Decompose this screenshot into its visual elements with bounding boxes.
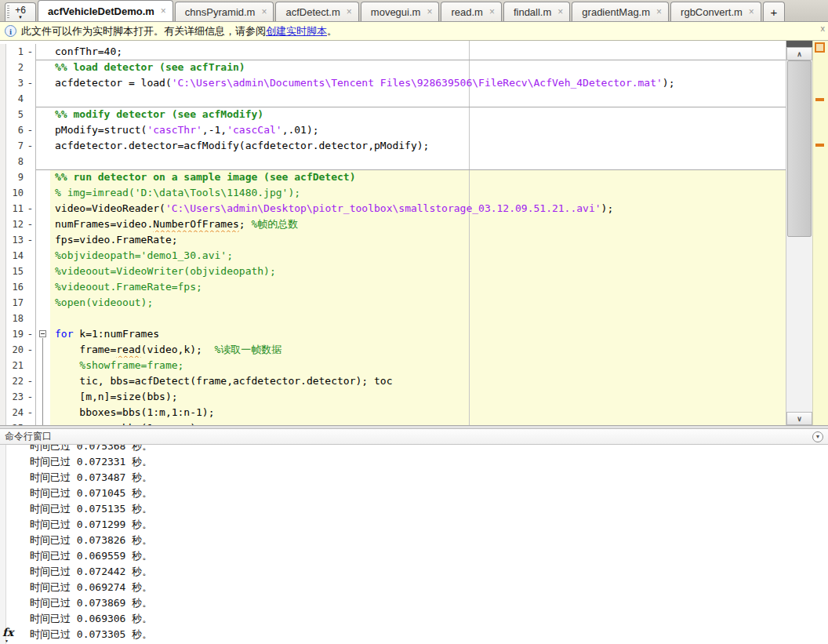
editor-left-strip <box>0 185 6 201</box>
scroll-down-button[interactable]: ∨ <box>786 412 812 425</box>
breakpoint-gutter[interactable]: - <box>25 216 36 232</box>
tab-chnspyramid-m[interactable]: chnsPyramid.m× <box>175 2 274 21</box>
fold-gutter <box>36 138 50 154</box>
code-line: 6-pModify=struct('cascThr',-1,'cascCal',… <box>0 122 786 138</box>
breakpoint-gutter[interactable]: - <box>25 201 36 216</box>
code-segment-string: 'cascCal' <box>227 124 281 136</box>
new-tab-button[interactable]: + <box>763 2 785 21</box>
command-output-line: 时间已过 0.073826 秒。 <box>30 533 828 548</box>
code-text: video=VideoReader('C:\Users\admin\Deskto… <box>50 201 786 216</box>
breakpoint-gutter[interactable]: - <box>25 405 36 420</box>
tab-gradientmag-m[interactable]: gradientMag.m× <box>572 2 669 21</box>
fold-gutter <box>36 154 50 169</box>
code-text <box>50 91 786 107</box>
scroll-up-button[interactable]: ∧ <box>786 47 812 60</box>
breakpoint-gutter[interactable] <box>25 279 36 295</box>
code-segment-comment: %open(videoout); <box>55 297 153 308</box>
tab-close-icon[interactable]: × <box>427 6 432 17</box>
analyzer-warning-indicator[interactable] <box>815 42 825 53</box>
editor-code-area[interactable]: 1-confThr=40;2%% load detector (see acfT… <box>0 41 786 425</box>
tab-close-icon[interactable]: × <box>161 5 166 16</box>
tab-close-icon[interactable]: × <box>489 6 495 17</box>
fold-gutter <box>36 264 50 279</box>
tab-findall-m[interactable]: findall.m× <box>503 2 570 21</box>
code-line: 22- tic, bbs=acfDetect(frame,acfdetector… <box>0 373 786 389</box>
breakpoint-gutter[interactable]: - <box>25 138 36 154</box>
tab-label: findall.m <box>514 6 551 18</box>
breakpoint-gutter[interactable] <box>25 60 36 75</box>
breakpoint-gutter[interactable]: - <box>25 44 36 60</box>
analyzer-warning-tick[interactable] <box>815 98 824 101</box>
breakpoint-gutter[interactable] <box>25 295 36 311</box>
tab-acfdetect-m[interactable]: acfDetect.m× <box>275 2 358 21</box>
code-line: 21 %showframe=frame; <box>0 358 786 373</box>
editor-vertical-scrollbar[interactable]: ∧ ∨ <box>786 41 812 425</box>
tab-acfvehicledetdemo-m[interactable]: acfVehicleDetDemo.m× <box>38 0 173 21</box>
line-number: 11 <box>6 201 25 216</box>
fold-gutter <box>36 420 50 425</box>
breakpoint-gutter[interactable]: - <box>25 389 36 405</box>
code-segment-warn: read <box>116 344 140 355</box>
line-number: 24 <box>6 405 25 420</box>
code-segment-comment: %showframe=frame; <box>79 359 183 371</box>
editor-left-strip <box>0 169 6 185</box>
editor-tab-bar: +6 ▼ acfVehicleDetDemo.m×chnsPyramid.m×a… <box>0 0 828 22</box>
command-output-line: 时间已过 0.073487 秒。 <box>30 470 828 486</box>
fold-gutter <box>36 248 50 264</box>
code-line: 15%videoout=VideoWriter(objvideopath); <box>0 264 786 279</box>
breakpoint-gutter[interactable]: - <box>25 373 36 389</box>
breakpoint-gutter[interactable] <box>25 169 36 185</box>
command-window-output[interactable]: 时间已过 0.075368 秒。时间已过 0.072331 秒。时间已过 0.0… <box>0 445 828 644</box>
breakpoint-gutter[interactable] <box>25 91 36 107</box>
code-segment-code: frame= <box>55 344 116 355</box>
tab-close-icon[interactable]: × <box>557 6 563 17</box>
breakpoint-gutter[interactable]: - <box>25 232 36 248</box>
code-segment-comment: %objvideopath='demo1_30.avi'; <box>55 249 233 261</box>
command-output-line: 时间已过 0.071299 秒。 <box>30 517 828 533</box>
code-segment-code: [m,n]=size(bbs); <box>55 391 178 402</box>
tab-rgbconvert-m[interactable]: rgbConvert.m× <box>670 2 761 21</box>
breakpoint-gutter[interactable]: - <box>25 420 36 425</box>
breakpoint-gutter[interactable]: - <box>25 326 36 342</box>
tab-close-icon[interactable]: × <box>656 6 662 17</box>
editor-left-strip <box>0 232 6 248</box>
code-segment-code: bboxes=bbs(1:m,1:n-1); <box>55 406 215 418</box>
fold-gutter <box>36 373 50 389</box>
code-text: acfdetector = load('C:\Users\admin\Docum… <box>50 75 786 91</box>
tab-read-m[interactable]: read.m× <box>441 2 501 21</box>
breakpoint-gutter[interactable] <box>25 185 36 201</box>
fold-gutter <box>36 44 50 60</box>
code-text: fps=video.FrameRate; <box>50 232 786 248</box>
breakpoint-gutter[interactable] <box>25 248 36 264</box>
code-line: 25- scores=bbs(1:m,n:n); <box>0 420 786 425</box>
line-number: 9 <box>6 169 25 185</box>
fold-toggle-icon[interactable] <box>39 330 46 337</box>
analyzer-warning-tick[interactable] <box>815 144 824 147</box>
breakpoint-gutter[interactable] <box>25 154 36 169</box>
create-live-script-link[interactable]: 创建实时脚本 <box>266 24 327 38</box>
editor-left-strip <box>0 295 6 311</box>
tab-label: rgbConvert.m <box>681 6 743 18</box>
fold-scope-line <box>42 338 43 425</box>
breakpoint-gutter[interactable] <box>25 311 36 326</box>
fx-function-hint-button[interactable]: fx ▼ <box>2 625 23 642</box>
tab-overflow-button[interactable]: +6 ▼ <box>5 2 36 21</box>
breakpoint-gutter[interactable] <box>25 107 36 122</box>
code-segment-code: acfdetector.detector=acfModify(acfdetect… <box>55 140 429 151</box>
tab-close-icon[interactable]: × <box>347 6 352 17</box>
breakpoint-gutter[interactable] <box>25 264 36 279</box>
breakpoint-gutter[interactable]: - <box>25 122 36 138</box>
tab-movegui-m[interactable]: movegui.m× <box>361 2 440 21</box>
tab-close-icon[interactable]: × <box>261 6 267 17</box>
info-bar-close-icon[interactable]: x <box>821 24 826 33</box>
breakpoint-gutter[interactable]: - <box>25 75 36 91</box>
breakpoint-gutter[interactable] <box>25 358 36 373</box>
command-window-minimize-button[interactable]: ▼ <box>812 431 823 442</box>
breakpoint-gutter[interactable]: - <box>25 342 36 358</box>
scrollbar-thumb[interactable] <box>787 60 812 237</box>
line-number: 15 <box>6 264 25 279</box>
code-text: numFrames=video.NumberOfFrames; %帧的总数 <box>50 216 786 232</box>
code-text: %videoout.FrameRate=fps; <box>50 279 786 295</box>
tab-close-icon[interactable]: × <box>749 6 754 17</box>
code-text: %% run detector on a sample image (see a… <box>50 169 786 185</box>
